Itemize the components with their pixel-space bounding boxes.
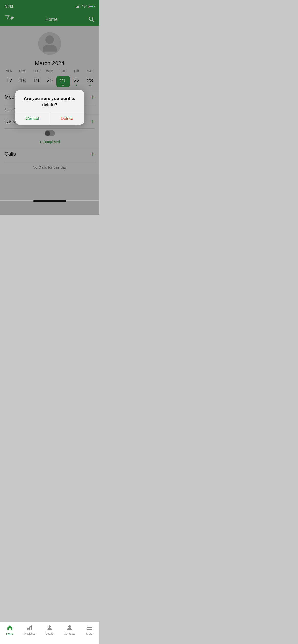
modal-message: Are you sure you want to delete? — [15, 90, 84, 113]
modal-buttons: Cancel Delete — [15, 112, 84, 125]
delete-button[interactable]: Delete — [50, 112, 84, 125]
cancel-button[interactable]: Cancel — [15, 112, 50, 125]
delete-confirmation-dialog: Are you sure you want to delete? Cancel … — [15, 90, 84, 125]
modal-overlay[interactable]: Are you sure you want to delete? Cancel … — [0, 0, 99, 215]
